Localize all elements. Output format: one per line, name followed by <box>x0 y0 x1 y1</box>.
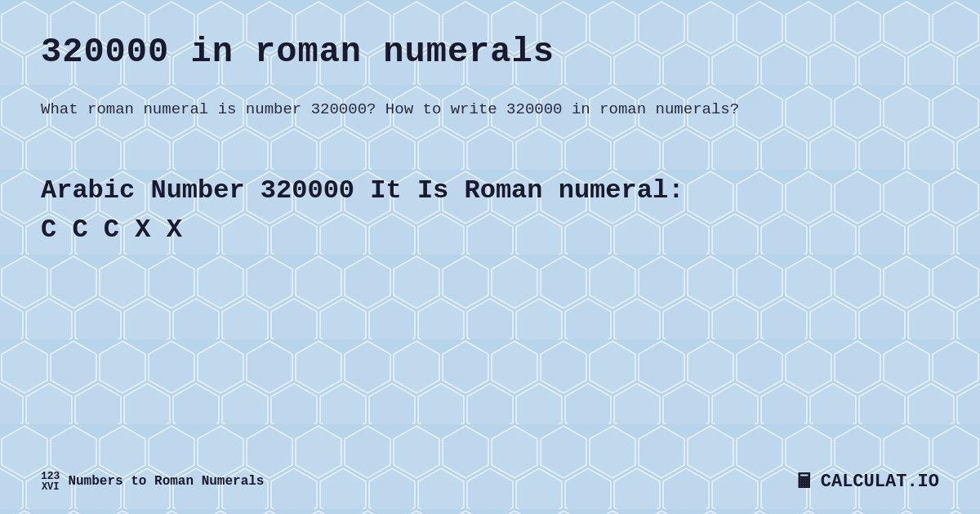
calculator-icon: 🖩 <box>795 470 814 494</box>
icon-top-number: 123 <box>41 471 60 482</box>
result-text-line2: C C C X X <box>41 215 182 245</box>
numbers-roman-icon: 123 XVI <box>41 471 60 493</box>
icon-bottom-numeral: XVI <box>42 482 60 493</box>
page-description: What roman numeral is number 320000? How… <box>41 96 939 122</box>
calculat-brand: CALCULAT.IO <box>821 472 939 492</box>
page-content: 320000 in roman numerals What roman nume… <box>0 0 980 514</box>
brand-right: 🖩 CALCULAT.IO <box>795 470 939 494</box>
result-text-line1: Arabic Number 320000 It Is Roman numeral… <box>41 175 684 206</box>
footer: 123 XVI Numbers to Roman Numerals 🖩 CALC… <box>41 470 939 494</box>
result-line1: Arabic Number 320000 It Is Roman numeral… <box>41 171 939 250</box>
brand-label: Numbers to Roman Numerals <box>68 474 264 489</box>
page-title: 320000 in roman numerals <box>41 33 939 72</box>
result-section: Arabic Number 320000 It Is Roman numeral… <box>41 171 939 250</box>
brand-left: 123 XVI Numbers to Roman Numerals <box>41 471 264 493</box>
